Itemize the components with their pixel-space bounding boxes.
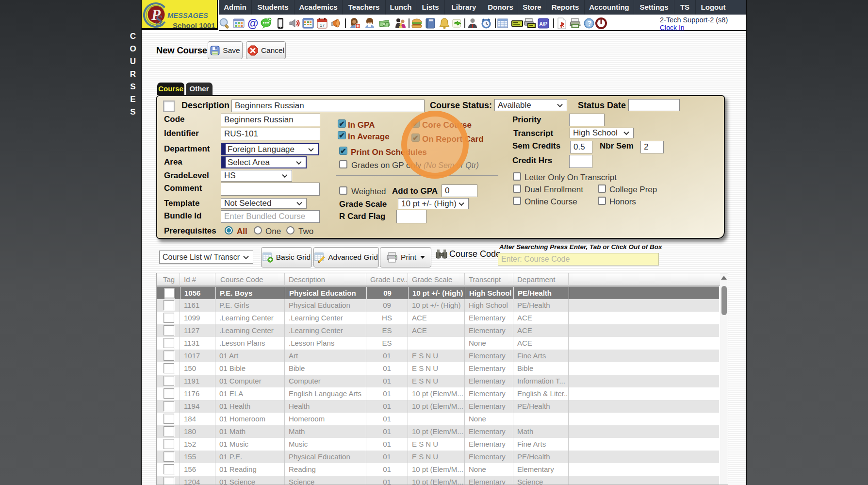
- svg-text:@: @: [247, 17, 258, 29]
- svg-text:MESSAGES: MESSAGES: [167, 12, 208, 19]
- svg-text:School 1001: School 1001: [173, 21, 215, 30]
- svg-text:A/P: A/P: [540, 21, 548, 27]
- svg-text:?: ?: [588, 19, 592, 27]
- svg-text:17: 17: [320, 23, 325, 28]
- svg-text:S: S: [155, 13, 163, 27]
